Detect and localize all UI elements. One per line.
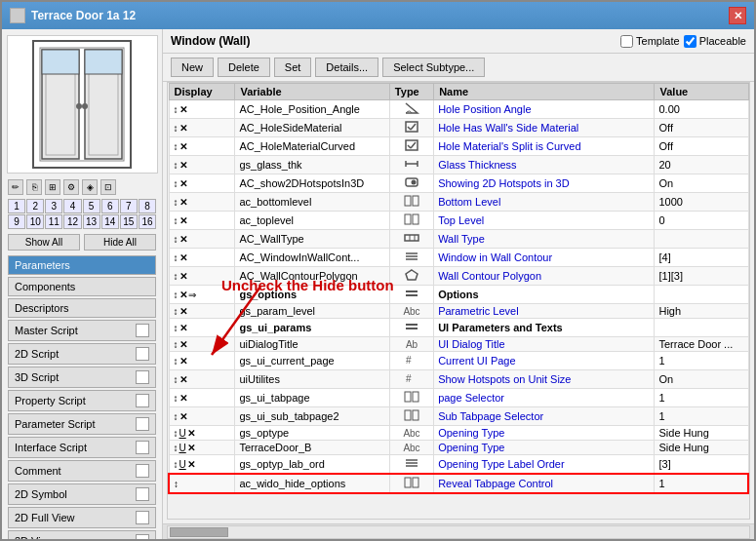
nav-descriptors[interactable]: Descriptors (8, 298, 156, 318)
num-btn-13[interactable]: 13 (83, 214, 100, 229)
nav-components[interactable]: Components (8, 277, 156, 296)
toolbar-icon-6[interactable]: ⊡ (100, 179, 116, 195)
sort-icon[interactable]: ↕ (174, 160, 179, 171)
underline-indicator[interactable]: U (179, 459, 186, 470)
placeable-checkbox[interactable] (684, 35, 696, 48)
num-btn-11[interactable]: 11 (45, 214, 62, 229)
toolbar-icon-5[interactable]: ◈ (82, 179, 98, 195)
toolbar-icon-4[interactable]: ⚙ (63, 179, 79, 195)
sort-icon[interactable]: ↕ (174, 178, 179, 189)
number-grid: 1 2 3 4 5 6 7 8 9 10 11 12 13 14 15 16 (2, 197, 162, 231)
hide-icon[interactable]: ✕ (179, 141, 187, 152)
hide-icon[interactable]: ✕ (179, 252, 187, 263)
hide-icon[interactable]: ✕ (179, 178, 187, 189)
num-btn-3[interactable]: 3 (45, 199, 62, 213)
hide-icon[interactable]: ✕ (179, 374, 187, 385)
num-btn-14[interactable]: 14 (101, 214, 119, 229)
toolbar-icon-3[interactable]: ⊞ (45, 179, 60, 195)
num-btn-12[interactable]: 12 (63, 214, 81, 229)
nav-2d-symbol[interactable]: 2D Symbol (8, 483, 156, 505)
num-btn-10[interactable]: 10 (26, 214, 44, 229)
hide-icon[interactable]: ✕ (179, 393, 187, 404)
template-checkbox[interactable] (620, 35, 633, 48)
hide-icon[interactable]: ✕ (179, 323, 187, 333)
name-cell: Glass Thickness (434, 156, 655, 174)
sort-icon[interactable]: ↕ (174, 234, 179, 245)
sort-icon[interactable]: ↕ (174, 374, 179, 385)
delete-button[interactable]: Delete (218, 58, 270, 77)
sort-icon[interactable]: ↕ (174, 123, 179, 134)
hide-icon[interactable]: ✕ (179, 160, 187, 171)
type-cell (389, 407, 433, 426)
num-btn-2[interactable]: 2 (26, 199, 44, 213)
hide-icon[interactable]: ✕ (187, 428, 195, 439)
num-btn-7[interactable]: 7 (120, 199, 138, 213)
num-btn-15[interactable]: 15 (120, 214, 138, 229)
sort-icon[interactable]: ↕ (174, 290, 179, 300)
hide-icon[interactable]: ✕ (179, 234, 187, 245)
hide-icon[interactable]: ✕ (179, 290, 187, 300)
num-btn-9[interactable]: 9 (8, 214, 25, 229)
num-btn-4[interactable]: 4 (63, 199, 81, 213)
hide-icon[interactable]: ✕ (179, 356, 187, 367)
nav-3d-script[interactable]: 3D Script (8, 367, 156, 388)
hide-icon[interactable]: ✕ (179, 271, 187, 282)
hide-icon[interactable]: ✕ (179, 215, 187, 226)
sort-icon[interactable]: ↕ (174, 306, 179, 317)
set-button[interactable]: Set (274, 58, 312, 77)
horizontal-scrollbar[interactable] (167, 525, 750, 539)
sort-icon[interactable]: ↕ (174, 271, 179, 282)
nav-property-script[interactable]: Property Script (8, 390, 156, 411)
sort-icon[interactable]: ↕ (174, 443, 179, 453)
sort-icon[interactable]: ↕ (174, 141, 179, 152)
hide-all-button[interactable]: Hide All (84, 234, 156, 251)
sort-icon[interactable]: ↕ (174, 428, 179, 439)
sort-icon[interactable]: ↕ (174, 356, 179, 367)
nav-interface-script[interactable]: Interface Script (8, 437, 156, 458)
new-button[interactable]: New (171, 58, 214, 77)
page-icon (136, 511, 149, 524)
hide-icon[interactable]: ✕ (179, 306, 187, 317)
num-btn-8[interactable]: 8 (139, 199, 156, 213)
nav-parameter-script[interactable]: Parameter Script (8, 413, 156, 435)
hide-icon[interactable]: ✕ (179, 197, 187, 208)
sort-icon[interactable]: ↕ (174, 339, 179, 350)
sort-icon[interactable]: ↕ (174, 479, 179, 489)
num-btn-1[interactable]: 1 (8, 199, 25, 213)
nav-parameters[interactable]: Parameters (8, 255, 156, 275)
num-btn-16[interactable]: 16 (139, 214, 156, 229)
sort-icon[interactable]: ↕ (174, 411, 179, 422)
nav-2d-script[interactable]: 2D Script (8, 343, 156, 365)
nav-2d-full-view[interactable]: 2D Full View (8, 507, 156, 528)
hide-icon[interactable]: ✕ (179, 104, 187, 115)
toolbar-icon-1[interactable]: ✏ (8, 179, 23, 195)
h-scroll-thumb[interactable] (170, 527, 228, 537)
hide-icon[interactable]: ✕ (187, 443, 195, 453)
close-button[interactable]: ✕ (729, 7, 746, 24)
right-arrow-icon[interactable]: ⇒ (188, 290, 196, 300)
nav-3d-view[interactable]: 3D View (8, 530, 156, 539)
num-btn-5[interactable]: 5 (83, 199, 100, 213)
hide-icon[interactable]: ✕ (179, 411, 187, 422)
hide-icon[interactable]: ✕ (179, 339, 187, 350)
bottom-scrollbar[interactable] (163, 523, 754, 539)
nav-master-script[interactable]: Master Script (8, 320, 156, 341)
sort-icon[interactable]: ↕ (174, 197, 179, 208)
underline-indicator[interactable]: U (179, 443, 186, 453)
sort-icon[interactable]: ↕ (174, 252, 179, 263)
show-all-button[interactable]: Show All (8, 234, 80, 251)
hide-icon[interactable]: ✕ (187, 459, 195, 470)
underline-indicator[interactable]: U (179, 428, 186, 439)
details-button[interactable]: Details... (315, 58, 378, 77)
toolbar-icon-2[interactable]: ⎘ (26, 179, 42, 195)
sort-icon[interactable]: ↕ (174, 215, 179, 226)
sort-icon[interactable]: ↕ (174, 104, 179, 115)
nav-comment[interactable]: Comment (8, 460, 156, 482)
sort-icon[interactable]: ↕ (174, 323, 179, 333)
sort-icon[interactable]: ↕ (174, 393, 179, 404)
hide-icon[interactable]: ✕ (179, 123, 187, 134)
display-cell: ↕✕ (169, 407, 235, 426)
select-subtype-button[interactable]: Select Subtype... (382, 58, 485, 77)
num-btn-6[interactable]: 6 (101, 199, 119, 213)
sort-icon[interactable]: ↕ (174, 459, 179, 470)
